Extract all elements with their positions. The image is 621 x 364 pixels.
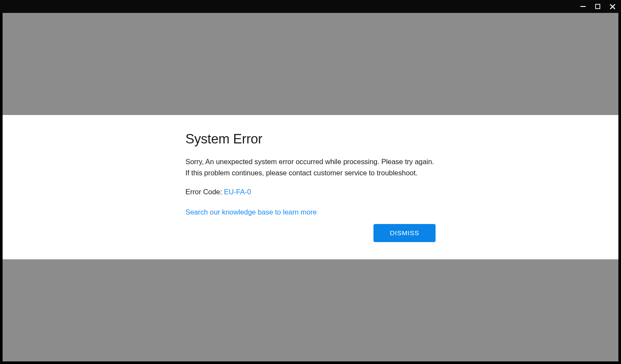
close-icon [610,4,615,9]
maximize-icon [595,4,600,9]
minimize-button[interactable] [579,2,587,11]
dialog-message: Sorry, An unexpected system error occurr… [185,156,436,178]
svg-rect-0 [580,6,586,7]
dialog-message-line1: Sorry, An unexpected system error occurr… [185,158,434,165]
dialog-message-line2: If this problem continues, please contac… [185,169,417,177]
app-window: System Error Sorry, An unexpected system… [0,0,621,364]
maximize-button[interactable] [593,2,602,11]
minimize-icon [580,4,586,9]
error-code-row: Error Code: EU-FA-0 [185,188,436,196]
dialog-actions: DISMISS [185,224,436,242]
error-dialog: System Error Sorry, An unexpected system… [3,115,618,259]
svg-rect-1 [596,4,600,9]
dismiss-button[interactable]: DISMISS [373,224,436,242]
close-button[interactable] [608,2,617,11]
backdrop: System Error Sorry, An unexpected system… [0,13,621,364]
error-code-label: Error Code: [185,188,224,196]
knowledge-base-link[interactable]: Search our knowledge base to learn more [185,208,317,216]
titlebar [0,0,621,13]
dialog-content: System Error Sorry, An unexpected system… [185,131,436,242]
dialog-title: System Error [185,131,436,147]
error-code-value: EU-FA-0 [224,188,251,196]
